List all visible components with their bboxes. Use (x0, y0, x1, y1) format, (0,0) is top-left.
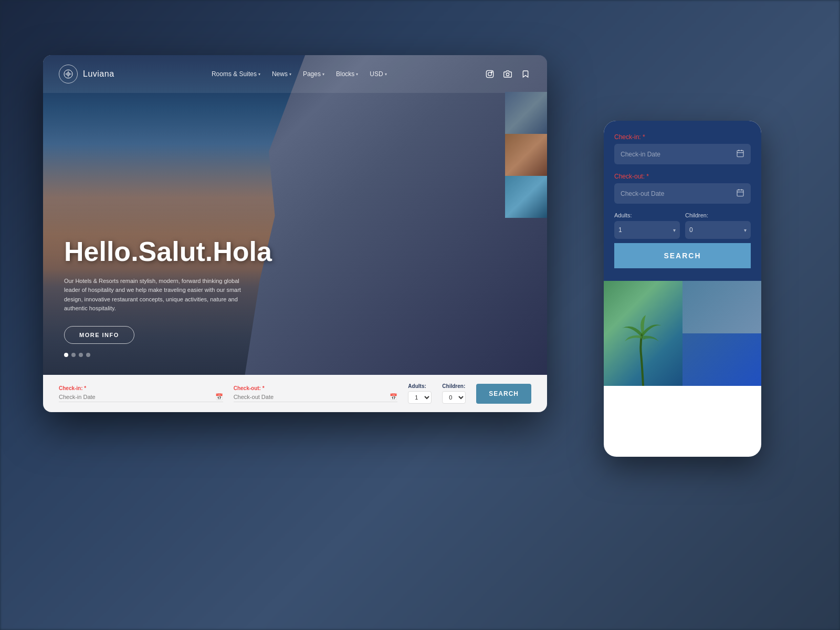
children-select[interactable]: 0 1 2 3 (442, 391, 466, 404)
svg-rect-6 (737, 151, 743, 157)
carousel-dots (64, 353, 90, 357)
chevron-down-icon: ▾ (258, 72, 260, 77)
more-info-button[interactable]: MORE INFO (64, 326, 134, 344)
bookmark-icon[interactable] (520, 68, 531, 80)
navbar: Luviana Rooms & Suites ▾ News ▾ Pages ▾ … (43, 55, 547, 93)
svg-point-5 (506, 73, 509, 76)
hero-content: Hello.Salut.Hola Our Hotels & Resorts re… (64, 237, 272, 344)
mobile-checkin-placeholder: Check-in Date (621, 151, 660, 158)
guests-section: Adults: 1 2 3 4 Children: 0 1 2 3 (408, 383, 466, 404)
mobile-gallery-image-3 (682, 333, 761, 386)
checkout-label: Check-out: * (234, 385, 398, 391)
mobile-booking-form: Check-in: * Check-in Date Check-out: * (604, 121, 761, 281)
search-button[interactable]: SEARCH (476, 384, 531, 404)
carousel-dot-4[interactable] (86, 353, 90, 357)
chevron-down-icon: ▾ (356, 72, 358, 77)
nav-item-news[interactable]: News ▾ (268, 68, 296, 80)
nav-links: Rooms & Suites ▾ News ▾ Pages ▾ Blocks ▾… (207, 68, 391, 80)
svg-point-4 (491, 71, 492, 72)
adults-select[interactable]: 1 2 3 4 (408, 391, 432, 404)
thumbnail-strip (505, 92, 547, 218)
carousel-dot-1[interactable] (64, 353, 68, 357)
hero-section: Luviana Rooms & Suites ▾ News ▾ Pages ▾ … (43, 55, 547, 412)
mobile-children-group: Children: 0 1 2 (685, 212, 751, 239)
children-field: Children: 0 1 2 3 (442, 383, 466, 404)
mobile-children-wrapper: 0 1 2 (685, 221, 751, 239)
mobile-adults-label: Adults: (614, 212, 680, 218)
cliff-silhouette (245, 55, 547, 376)
carousel-dot-2[interactable] (71, 353, 76, 357)
checkin-field: Check-in: * 📅 (59, 385, 223, 402)
checkout-field: Check-out: * 📅 (234, 385, 398, 402)
mobile-guests-row: Adults: 1 2 3 Children: 0 1 2 (614, 212, 751, 239)
nav-item-rooms[interactable]: Rooms & Suites ▾ (207, 68, 265, 80)
chevron-down-icon: ▾ (385, 72, 387, 77)
thumbnail-3[interactable] (505, 176, 547, 218)
mobile-gallery-image-2 (682, 281, 761, 333)
mobile-mockup: Check-in: * Check-in Date Check-out: * (604, 121, 761, 457)
svg-rect-10 (737, 190, 743, 196)
calendar-icon: 📅 (390, 393, 397, 401)
nav-social-icons (484, 68, 531, 80)
chevron-down-icon: ▾ (322, 72, 324, 77)
instagram-icon[interactable] (484, 68, 496, 80)
children-label: Children: (442, 383, 466, 389)
logo-area: Luviana (59, 65, 114, 83)
camera-icon[interactable] (502, 68, 513, 80)
mobile-checkout-label: Check-out: * (614, 173, 751, 180)
mobile-children-select[interactable]: 0 1 2 (685, 221, 751, 239)
nav-item-blocks[interactable]: Blocks ▾ (332, 68, 362, 80)
chevron-down-icon: ▾ (289, 72, 291, 77)
checkin-input[interactable] (59, 394, 215, 400)
mobile-gallery (604, 281, 761, 386)
desktop-mockup: Luviana Rooms & Suites ▾ News ▾ Pages ▾ … (43, 55, 547, 412)
mobile-children-label: Children: (685, 212, 751, 218)
mobile-calendar-icon (736, 149, 744, 159)
mobile-gallery-image-1 (604, 281, 682, 386)
mobile-checkin-field: Check-in: * Check-in Date (614, 133, 751, 164)
checkin-input-row: 📅 (59, 393, 223, 402)
adults-field: Adults: 1 2 3 4 (408, 383, 432, 404)
mobile-checkin-label: Check-in: * (614, 133, 751, 141)
hero-description: Our Hotels & Resorts remain stylish, mod… (64, 277, 253, 313)
checkout-input[interactable] (234, 394, 390, 400)
mobile-calendar-icon-2 (736, 188, 744, 198)
carousel-dot-3[interactable] (79, 353, 83, 357)
checkout-input-row: 📅 (234, 393, 398, 402)
mobile-checkout-placeholder: Check-out Date (621, 190, 664, 197)
search-bar: Check-in: * 📅 Check-out: * 📅 (43, 375, 547, 412)
svg-point-3 (488, 72, 492, 76)
mobile-checkout-input-wrapper[interactable]: Check-out Date (614, 183, 751, 204)
mobile-adults-select[interactable]: 1 2 3 (614, 221, 680, 239)
checkin-label: Check-in: * (59, 385, 223, 391)
brand-name: Luviana (83, 69, 114, 79)
calendar-icon: 📅 (215, 393, 223, 401)
adults-label: Adults: (408, 383, 432, 389)
mobile-checkin-input-wrapper[interactable]: Check-in Date (614, 144, 751, 164)
mobile-checkout-field: Check-out: * Check-out Date (614, 173, 751, 204)
hero-title: Hello.Salut.Hola (64, 237, 272, 267)
mobile-search-button[interactable]: SEARCH (614, 243, 751, 268)
nav-item-pages[interactable]: Pages ▾ (299, 68, 329, 80)
mobile-adults-group: Adults: 1 2 3 (614, 212, 680, 239)
mobile-adults-wrapper: 1 2 3 (614, 221, 680, 239)
thumbnail-1[interactable] (505, 92, 547, 134)
nav-item-currency[interactable]: USD ▾ (365, 68, 391, 80)
logo-icon (59, 65, 78, 83)
thumbnail-2[interactable] (505, 134, 547, 176)
